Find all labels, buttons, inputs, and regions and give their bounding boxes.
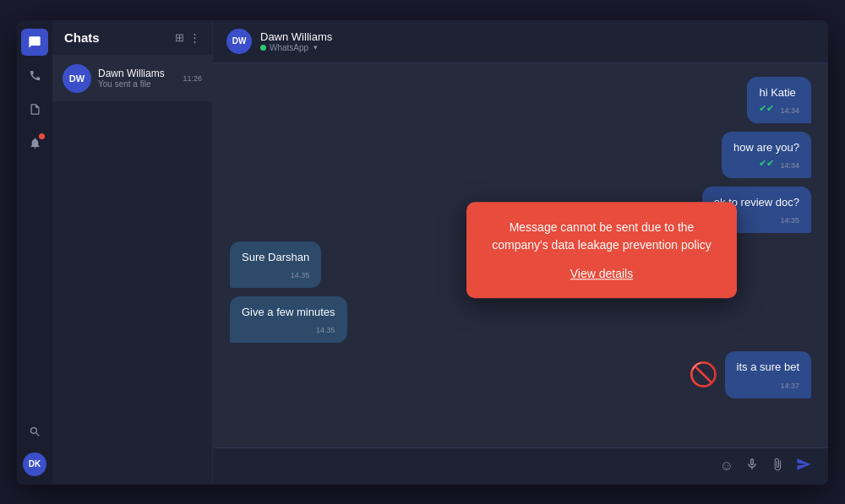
table-row: 🚫 its a sure bet 14:37 bbox=[230, 351, 811, 398]
chat-footer: ☺ bbox=[213, 447, 828, 485]
chat-info: Dawn Williams You sent a file bbox=[98, 68, 176, 89]
mic-icon[interactable] bbox=[745, 458, 759, 474]
message-time: 14:35 bbox=[780, 216, 799, 225]
message-meta: ✔✔ 14:34 bbox=[759, 103, 799, 115]
message-text: Give a few minutes bbox=[242, 305, 335, 320]
message-bubble: Sure Darshan 14.35 bbox=[230, 241, 321, 288]
contact-avatar: DW bbox=[63, 64, 91, 93]
chat-header-info: Dawn Williams WhatsApp ▾ bbox=[260, 30, 332, 52]
more-options-icon[interactable]: ⋮ bbox=[189, 31, 200, 44]
chat-main: DW Dawn Williams WhatsApp ▾ hi Katie ✔✔ … bbox=[213, 20, 828, 485]
send-button[interactable] bbox=[796, 457, 811, 476]
sidebar: Chats ⊞ ⋮ DW Dawn Williams You sent a fi… bbox=[52, 20, 213, 485]
chat-header: DW Dawn Williams WhatsApp ▾ bbox=[213, 20, 828, 63]
status-dot bbox=[260, 45, 266, 51]
blocked-message-bubble: its a sure bet 14:37 bbox=[725, 351, 811, 398]
message-time: 14.35 bbox=[291, 271, 310, 279]
message-meta: 14.35 bbox=[242, 322, 335, 334]
app-window: DK Chats ⊞ ⋮ DW Dawn Williams You sent a… bbox=[17, 20, 828, 485]
message-bubble: hi Katie ✔✔ 14:34 bbox=[747, 77, 811, 123]
block-icon: 🚫 bbox=[689, 363, 718, 387]
user-avatar[interactable]: DK bbox=[23, 453, 46, 476]
chat-header-name: Dawn Williams bbox=[260, 30, 332, 43]
message-time: 14.35 bbox=[316, 326, 335, 334]
chat-time: 11:26 bbox=[183, 74, 202, 83]
message-bubble: Give a few minutes 14.35 bbox=[230, 296, 347, 343]
nav-bar: DK bbox=[17, 20, 52, 485]
status-label: WhatsApp bbox=[270, 43, 308, 52]
message-meta: 14:37 bbox=[737, 378, 799, 390]
message-time: 14:34 bbox=[780, 106, 799, 115]
sidebar-header: Chats ⊞ ⋮ bbox=[52, 20, 212, 56]
message-text: its a sure bet bbox=[737, 360, 799, 375]
nav-search-icon[interactable] bbox=[21, 419, 48, 446]
read-receipt-icon: ✔✔ bbox=[759, 103, 774, 114]
dlp-view-details-link[interactable]: View details bbox=[570, 267, 633, 280]
message-text: how are you? bbox=[733, 140, 799, 155]
table-row: how are you? ✔✔ 14:34 bbox=[230, 132, 811, 178]
emoji-icon[interactable]: ☺ bbox=[720, 458, 733, 474]
nav-bottom: DK bbox=[21, 419, 48, 476]
chat-header-status: WhatsApp ▾ bbox=[260, 43, 332, 52]
nav-calls-icon[interactable] bbox=[21, 62, 48, 89]
dlp-error-message: Message cannot be sent due to the compan… bbox=[490, 219, 713, 254]
table-row: hi Katie ✔✔ 14:34 bbox=[230, 77, 811, 123]
sidebar-actions: ⊞ ⋮ bbox=[175, 31, 200, 44]
dlp-popup: Message cannot be sent due to the compan… bbox=[466, 202, 737, 298]
message-meta: 14.35 bbox=[242, 268, 309, 279]
message-time: 14:34 bbox=[780, 161, 799, 170]
table-row: Give a few minutes 14.35 bbox=[230, 296, 811, 343]
chat-list-item[interactable]: DW Dawn Williams You sent a file 11:26 bbox=[52, 56, 212, 101]
nav-files-icon[interactable] bbox=[21, 96, 48, 123]
nav-chat-icon[interactable] bbox=[21, 29, 48, 56]
message-text: hi Katie bbox=[759, 85, 799, 100]
message-meta: ✔✔ 14:34 bbox=[733, 158, 799, 170]
chevron-down-icon[interactable]: ▾ bbox=[313, 43, 318, 51]
nav-notifications-icon[interactable] bbox=[21, 130, 48, 157]
attach-icon[interactable] bbox=[771, 458, 784, 474]
chat-header-avatar: DW bbox=[226, 29, 252, 54]
sidebar-title: Chats bbox=[64, 30, 100, 45]
screen-share-icon[interactable]: ⊞ bbox=[175, 31, 184, 44]
message-time: 14:37 bbox=[780, 382, 799, 390]
contact-name: Dawn Williams bbox=[98, 68, 176, 79]
chat-preview: You sent a file bbox=[98, 79, 176, 89]
read-receipt-icon: ✔✔ bbox=[759, 158, 774, 169]
messages-area: hi Katie ✔✔ 14:34 how are you? ✔✔ 14:34 bbox=[213, 63, 828, 447]
message-text: Sure Darshan bbox=[242, 250, 309, 265]
message-bubble: how are you? ✔✔ 14:34 bbox=[722, 132, 811, 178]
